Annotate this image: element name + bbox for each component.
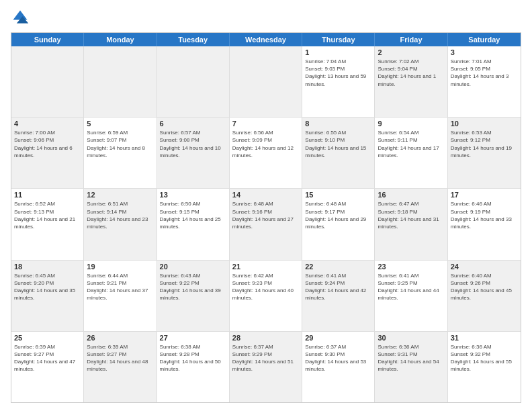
day-number: 28 bbox=[232, 334, 299, 342]
cal-cell-22: 22Sunrise: 6:41 AM Sunset: 9:24 PM Dayli… bbox=[302, 261, 375, 331]
calendar-header: SundayMondayTuesdayWednesdayThursdayFrid… bbox=[11, 33, 521, 46]
cal-cell-28: 28Sunrise: 6:37 AM Sunset: 9:29 PM Dayli… bbox=[230, 332, 302, 402]
cell-info: Sunrise: 6:36 AM Sunset: 9:32 PM Dayligh… bbox=[451, 343, 518, 373]
day-number: 16 bbox=[378, 191, 444, 199]
day-number: 10 bbox=[451, 120, 518, 128]
cal-cell-14: 14Sunrise: 6:48 AM Sunset: 9:16 PM Dayli… bbox=[230, 189, 302, 259]
cal-cell-16: 16Sunrise: 6:47 AM Sunset: 9:18 PM Dayli… bbox=[375, 189, 447, 259]
cal-cell-31: 31Sunrise: 6:36 AM Sunset: 9:32 PM Dayli… bbox=[448, 332, 521, 402]
cal-cell-8: 8Sunrise: 6:55 AM Sunset: 9:10 PM Daylig… bbox=[302, 118, 375, 188]
cell-info: Sunrise: 6:46 AM Sunset: 9:19 PM Dayligh… bbox=[451, 200, 518, 230]
cell-info: Sunrise: 7:02 AM Sunset: 9:04 PM Dayligh… bbox=[378, 58, 444, 88]
day-number: 7 bbox=[232, 120, 299, 128]
header-day-monday: Monday bbox=[84, 33, 157, 46]
day-number: 31 bbox=[451, 334, 518, 342]
cell-info: Sunrise: 6:44 AM Sunset: 9:21 PM Dayligh… bbox=[87, 272, 153, 302]
cal-cell-empty-0-3 bbox=[230, 46, 302, 117]
cell-info: Sunrise: 6:54 AM Sunset: 9:11 PM Dayligh… bbox=[378, 129, 444, 159]
cell-info: Sunrise: 6:51 AM Sunset: 9:14 PM Dayligh… bbox=[87, 200, 153, 230]
cal-cell-1: 1Sunrise: 7:04 AM Sunset: 9:03 PM Daylig… bbox=[302, 46, 375, 117]
day-number: 21 bbox=[232, 263, 299, 271]
header-day-saturday: Saturday bbox=[448, 33, 521, 46]
cal-cell-empty-0-1 bbox=[84, 46, 157, 117]
cal-cell-15: 15Sunrise: 6:48 AM Sunset: 9:17 PM Dayli… bbox=[302, 189, 375, 259]
cell-info: Sunrise: 6:37 AM Sunset: 9:30 PM Dayligh… bbox=[305, 343, 371, 373]
cell-info: Sunrise: 6:56 AM Sunset: 9:09 PM Dayligh… bbox=[232, 129, 299, 159]
cal-cell-26: 26Sunrise: 6:39 AM Sunset: 9:27 PM Dayli… bbox=[84, 332, 157, 402]
logo-icon bbox=[11, 8, 30, 27]
day-number: 26 bbox=[87, 334, 153, 342]
cell-info: Sunrise: 6:39 AM Sunset: 9:27 PM Dayligh… bbox=[14, 343, 81, 373]
cal-cell-19: 19Sunrise: 6:44 AM Sunset: 9:21 PM Dayli… bbox=[84, 261, 157, 331]
logo bbox=[11, 8, 32, 27]
day-number: 17 bbox=[451, 191, 518, 199]
cal-cell-20: 20Sunrise: 6:43 AM Sunset: 9:22 PM Dayli… bbox=[157, 261, 230, 331]
day-number: 3 bbox=[451, 48, 518, 56]
cell-info: Sunrise: 6:47 AM Sunset: 9:18 PM Dayligh… bbox=[378, 200, 444, 230]
cal-cell-5: 5Sunrise: 6:59 AM Sunset: 9:07 PM Daylig… bbox=[84, 118, 157, 188]
cell-info: Sunrise: 6:41 AM Sunset: 9:24 PM Dayligh… bbox=[305, 272, 371, 302]
cal-row-5: 25Sunrise: 6:39 AM Sunset: 9:27 PM Dayli… bbox=[11, 332, 521, 402]
cal-row-1: 1Sunrise: 7:04 AM Sunset: 9:03 PM Daylig… bbox=[11, 46, 521, 118]
day-number: 9 bbox=[378, 120, 444, 128]
header-day-thursday: Thursday bbox=[302, 33, 375, 46]
cell-info: Sunrise: 6:41 AM Sunset: 9:25 PM Dayligh… bbox=[378, 272, 444, 302]
cal-cell-2: 2Sunrise: 7:02 AM Sunset: 9:04 PM Daylig… bbox=[375, 46, 447, 117]
cal-cell-30: 30Sunrise: 6:36 AM Sunset: 9:31 PM Dayli… bbox=[375, 332, 447, 402]
day-number: 22 bbox=[305, 263, 371, 271]
page: SundayMondayTuesdayWednesdayThursdayFrid… bbox=[0, 0, 532, 411]
cell-info: Sunrise: 6:43 AM Sunset: 9:22 PM Dayligh… bbox=[160, 272, 226, 302]
day-number: 11 bbox=[14, 191, 81, 199]
cal-cell-24: 24Sunrise: 6:40 AM Sunset: 9:26 PM Dayli… bbox=[448, 261, 521, 331]
day-number: 5 bbox=[87, 120, 153, 128]
calendar: SundayMondayTuesdayWednesdayThursdayFrid… bbox=[11, 32, 521, 403]
cal-cell-29: 29Sunrise: 6:37 AM Sunset: 9:30 PM Dayli… bbox=[302, 332, 375, 402]
cell-info: Sunrise: 7:01 AM Sunset: 9:05 PM Dayligh… bbox=[451, 58, 518, 88]
cal-cell-21: 21Sunrise: 6:42 AM Sunset: 9:23 PM Dayli… bbox=[230, 261, 302, 331]
day-number: 29 bbox=[305, 334, 371, 342]
cell-info: Sunrise: 6:36 AM Sunset: 9:31 PM Dayligh… bbox=[378, 343, 444, 373]
cell-info: Sunrise: 6:59 AM Sunset: 9:07 PM Dayligh… bbox=[87, 129, 153, 159]
cal-cell-11: 11Sunrise: 6:52 AM Sunset: 9:13 PM Dayli… bbox=[11, 189, 84, 259]
header-day-tuesday: Tuesday bbox=[157, 33, 230, 46]
cell-info: Sunrise: 6:45 AM Sunset: 9:20 PM Dayligh… bbox=[14, 272, 81, 302]
svg-marker-0 bbox=[13, 11, 28, 20]
day-number: 8 bbox=[305, 120, 371, 128]
cell-info: Sunrise: 7:00 AM Sunset: 9:06 PM Dayligh… bbox=[14, 129, 81, 159]
day-number: 4 bbox=[14, 120, 81, 128]
day-number: 1 bbox=[305, 48, 371, 56]
header-day-sunday: Sunday bbox=[11, 33, 84, 46]
cal-cell-17: 17Sunrise: 6:46 AM Sunset: 9:19 PM Dayli… bbox=[448, 189, 521, 259]
cal-cell-3: 3Sunrise: 7:01 AM Sunset: 9:05 PM Daylig… bbox=[448, 46, 521, 117]
cell-info: Sunrise: 6:38 AM Sunset: 9:28 PM Dayligh… bbox=[160, 343, 226, 373]
day-number: 13 bbox=[160, 191, 226, 199]
header-day-wednesday: Wednesday bbox=[230, 33, 302, 46]
cell-info: Sunrise: 7:04 AM Sunset: 9:03 PM Dayligh… bbox=[305, 58, 371, 88]
cell-info: Sunrise: 6:48 AM Sunset: 9:17 PM Dayligh… bbox=[305, 200, 371, 230]
cell-info: Sunrise: 6:50 AM Sunset: 9:15 PM Dayligh… bbox=[160, 200, 226, 230]
header bbox=[11, 8, 521, 27]
cal-cell-23: 23Sunrise: 6:41 AM Sunset: 9:25 PM Dayli… bbox=[375, 261, 447, 331]
day-number: 30 bbox=[378, 334, 444, 342]
cal-cell-27: 27Sunrise: 6:38 AM Sunset: 9:28 PM Dayli… bbox=[157, 332, 230, 402]
cal-cell-18: 18Sunrise: 6:45 AM Sunset: 9:20 PM Dayli… bbox=[11, 261, 84, 331]
day-number: 18 bbox=[14, 263, 81, 271]
day-number: 24 bbox=[451, 263, 518, 271]
cal-cell-12: 12Sunrise: 6:51 AM Sunset: 9:14 PM Dayli… bbox=[84, 189, 157, 259]
cal-cell-10: 10Sunrise: 6:53 AM Sunset: 9:12 PM Dayli… bbox=[448, 118, 521, 188]
day-number: 14 bbox=[232, 191, 299, 199]
day-number: 12 bbox=[87, 191, 153, 199]
cell-info: Sunrise: 6:57 AM Sunset: 9:08 PM Dayligh… bbox=[160, 129, 226, 159]
cell-info: Sunrise: 6:55 AM Sunset: 9:10 PM Dayligh… bbox=[305, 129, 371, 159]
cal-cell-6: 6Sunrise: 6:57 AM Sunset: 9:08 PM Daylig… bbox=[157, 118, 230, 188]
cal-cell-13: 13Sunrise: 6:50 AM Sunset: 9:15 PM Dayli… bbox=[157, 189, 230, 259]
cell-info: Sunrise: 6:40 AM Sunset: 9:26 PM Dayligh… bbox=[451, 272, 518, 302]
cell-info: Sunrise: 6:53 AM Sunset: 9:12 PM Dayligh… bbox=[451, 129, 518, 159]
cal-cell-9: 9Sunrise: 6:54 AM Sunset: 9:11 PM Daylig… bbox=[375, 118, 447, 188]
cal-cell-7: 7Sunrise: 6:56 AM Sunset: 9:09 PM Daylig… bbox=[230, 118, 302, 188]
cell-info: Sunrise: 6:37 AM Sunset: 9:29 PM Dayligh… bbox=[232, 343, 299, 373]
cal-cell-empty-0-0 bbox=[11, 46, 84, 117]
day-number: 15 bbox=[305, 191, 371, 199]
cell-info: Sunrise: 6:52 AM Sunset: 9:13 PM Dayligh… bbox=[14, 200, 81, 230]
day-number: 19 bbox=[87, 263, 153, 271]
